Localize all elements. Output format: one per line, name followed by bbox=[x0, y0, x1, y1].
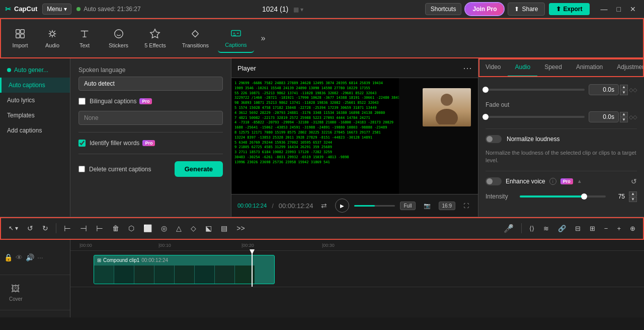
clip-thumb-1 bbox=[94, 266, 114, 284]
export-button[interactable]: ⬆ Export bbox=[549, 3, 590, 15]
enhance-info-icon[interactable]: i bbox=[549, 178, 556, 185]
visibility-icon[interactable]: 👁 bbox=[16, 253, 23, 261]
trim-start-button[interactable]: ⊢ bbox=[60, 221, 74, 236]
progress-bar[interactable] bbox=[354, 205, 395, 207]
cover-button[interactable]: 🖼 Cover bbox=[4, 280, 28, 306]
minimize-button[interactable]: — bbox=[598, 4, 611, 14]
delete-captions-checkbox[interactable] bbox=[78, 166, 85, 172]
toolbar-item-import[interactable]: Import bbox=[5, 24, 35, 52]
mic-button[interactable]: 🎤 bbox=[500, 221, 517, 236]
more-tools-button[interactable]: >> bbox=[233, 222, 248, 235]
close-button[interactable]: ✕ bbox=[627, 4, 639, 14]
caption-button[interactable]: ▤ bbox=[217, 222, 231, 235]
link-button[interactable]: 🔗 bbox=[554, 222, 570, 235]
trim-middle-button[interactable]: ⊣ bbox=[76, 221, 91, 236]
maximize-button[interactable]: □ bbox=[614, 4, 624, 14]
tab-animation[interactable]: Animation bbox=[569, 58, 610, 77]
share-button[interactable]: ⬆ Share bbox=[508, 3, 544, 16]
intensity-down-btn[interactable]: ▼ bbox=[629, 197, 637, 202]
fade-out-value[interactable]: 0.0s bbox=[589, 111, 619, 122]
play-button[interactable]: ▶ bbox=[335, 199, 349, 213]
zoom-out-button[interactable]: − bbox=[601, 222, 612, 235]
toolbar-item-captions[interactable]: Captions bbox=[218, 24, 254, 53]
freeze-button[interactable]: ⬡ bbox=[125, 222, 138, 235]
magnetic-snap-button[interactable]: ⟨⟩ bbox=[526, 222, 538, 235]
filler-words-checkbox[interactable] bbox=[78, 140, 86, 147]
ripple-button[interactable]: ≋ bbox=[540, 222, 552, 235]
spoken-language-select[interactable]: Auto detect bbox=[78, 77, 223, 91]
enhance-reset-button[interactable]: ↺ bbox=[631, 177, 637, 185]
enhance-expand-icon[interactable]: ▲ bbox=[577, 178, 582, 184]
fade-in-handle[interactable] bbox=[482, 87, 489, 93]
delete-button[interactable]: 🗑 bbox=[109, 222, 123, 235]
fade-in-down-btn[interactable]: ▼ bbox=[620, 90, 628, 95]
fade-out-diamond-icons: ◇◇ bbox=[629, 114, 637, 120]
tab-adjustment[interactable]: Adjustment bbox=[610, 58, 644, 77]
audio-track-icon[interactable]: 🔊 bbox=[26, 253, 34, 261]
join-pro-button[interactable]: Join Pro bbox=[465, 3, 504, 15]
menu-button[interactable]: Menu ▾ bbox=[42, 4, 71, 15]
screenshot-button[interactable]: 📷 bbox=[421, 201, 434, 211]
fullscreen-button[interactable]: ⛶ bbox=[460, 201, 472, 210]
fade-in-slider[interactable] bbox=[486, 89, 585, 91]
video-clip[interactable]: ⊞ Compound clip1 00:00:12:24 bbox=[94, 255, 275, 284]
sidebar-item-add-captions[interactable]: Add captions bbox=[0, 123, 70, 138]
stabilize-button[interactable]: △ bbox=[173, 222, 185, 235]
sidebar-item-templates-label: Templates bbox=[7, 112, 35, 119]
keyframe-video-button[interactable]: ⊞ bbox=[586, 222, 599, 235]
toolbar-item-effects[interactable]: 5 Effects bbox=[137, 24, 173, 52]
playhead[interactable] bbox=[252, 252, 253, 287]
sidebar-item-auto-lyrics[interactable]: Auto lyrics bbox=[0, 93, 70, 108]
intensity-handle[interactable] bbox=[581, 193, 587, 200]
toolbar-item-audio[interactable]: Audio bbox=[37, 24, 67, 52]
sidebar-item-auto-gen[interactable]: Auto gener... bbox=[0, 62, 70, 78]
svg-rect-3 bbox=[21, 34, 24, 37]
redo-button[interactable]: ↻ bbox=[39, 222, 52, 235]
tab-video[interactable]: Video bbox=[478, 58, 508, 77]
intensity-slider[interactable] bbox=[520, 195, 606, 197]
full-button[interactable]: Full bbox=[400, 202, 415, 210]
toolbar-item-text[interactable]: Text bbox=[69, 24, 100, 52]
lock-icon[interactable]: 🔒 bbox=[4, 253, 13, 261]
generate-button[interactable]: Generate bbox=[175, 161, 223, 177]
fade-in-value[interactable]: 0.0s bbox=[589, 84, 619, 95]
zoom-in-button[interactable]: + bbox=[613, 222, 624, 235]
bilingual-none-select[interactable]: None bbox=[78, 111, 223, 125]
sidebar-item-add-captions-label: Add captions bbox=[7, 127, 42, 134]
sidebar-item-templates[interactable]: Templates bbox=[0, 108, 70, 123]
crop-mark-button[interactable]: ⬕ bbox=[202, 222, 215, 235]
svg-marker-6 bbox=[150, 29, 159, 37]
track-options-icon[interactable]: ··· bbox=[37, 253, 43, 261]
shortcuts-button[interactable]: Shortcuts bbox=[425, 3, 462, 15]
crop-button[interactable]: ⬜ bbox=[140, 222, 155, 235]
player-menu-button[interactable]: ⋯ bbox=[463, 62, 472, 74]
bilingual-checkbox[interactable] bbox=[78, 98, 86, 105]
split-audio-button[interactable]: ⊟ bbox=[572, 222, 584, 235]
fade-in-up-btn[interactable]: ▲ bbox=[620, 85, 628, 90]
color-button[interactable]: ◇ bbox=[187, 222, 200, 235]
section-divider-2 bbox=[486, 171, 637, 171]
fade-out-handle[interactable] bbox=[482, 114, 489, 120]
fit-button[interactable]: ⊕ bbox=[626, 222, 639, 235]
fade-out-label: Fade out bbox=[486, 101, 637, 108]
intensity-up-btn[interactable]: ▲ bbox=[629, 191, 637, 196]
normalize-toggle[interactable] bbox=[486, 135, 502, 143]
toolbar-item-stickers[interactable]: Stickers bbox=[102, 24, 135, 52]
tracks-canvas: |00:00 |00:10 |00:20 |00:30 ⊞ Compound c… bbox=[70, 240, 644, 317]
speed-ramp-button[interactable]: ◎ bbox=[157, 222, 171, 235]
trim-end-button[interactable]: ⊢ bbox=[93, 221, 107, 236]
aspect-ratio-button[interactable]: 16:9 bbox=[439, 202, 455, 210]
toolbar-item-transitions[interactable]: Transitions bbox=[175, 24, 216, 52]
undo-button[interactable]: ↺ bbox=[24, 222, 37, 235]
tab-audio[interactable]: Audio bbox=[508, 58, 537, 77]
fade-out-down-btn[interactable]: ▼ bbox=[620, 117, 628, 122]
fade-out-up-btn[interactable]: ▲ bbox=[620, 112, 628, 117]
sidebar-item-auto-captions[interactable]: Auto captions bbox=[0, 78, 70, 93]
toolbar-more-button[interactable]: » bbox=[256, 30, 271, 47]
tab-speed[interactable]: Speed bbox=[537, 58, 569, 77]
enhance-toggle[interactable] bbox=[486, 177, 502, 185]
loop-button[interactable]: ⇄ bbox=[318, 200, 330, 211]
cover-track bbox=[70, 287, 644, 317]
cursor-select-button[interactable]: ↖ ▾ bbox=[5, 222, 22, 234]
fade-out-slider[interactable] bbox=[486, 116, 585, 118]
